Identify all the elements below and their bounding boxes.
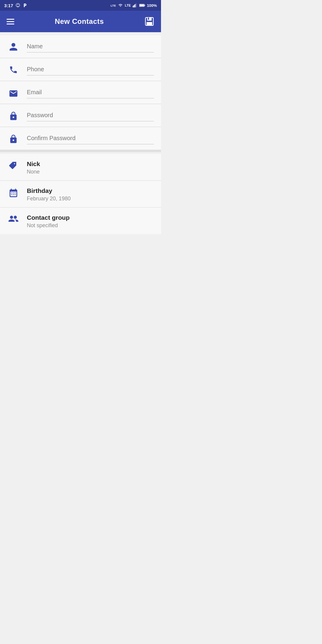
- svg-rect-3: [134, 4, 135, 7]
- tag-icon: [7, 161, 20, 170]
- nick-row[interactable]: Nick None: [0, 154, 161, 181]
- svg-rect-7: [140, 4, 144, 6]
- phone-input[interactable]: [27, 65, 154, 75]
- app-bar: New Contacts: [0, 11, 161, 32]
- contact-group-row[interactable]: Contact group Not specified: [0, 208, 161, 234]
- form-section: [0, 35, 161, 150]
- status-bar: 3:17 LTE LTE 10: [0, 0, 161, 11]
- menu-button[interactable]: [7, 19, 14, 24]
- signal-icon: [133, 3, 137, 7]
- confirm-password-field-container: [27, 134, 154, 147]
- content: Nick None Birthday February 20, 1980: [0, 32, 161, 237]
- password-input[interactable]: [27, 111, 154, 121]
- nick-value: None: [27, 169, 40, 175]
- person-icon: [7, 42, 20, 52]
- svg-rect-6: [144, 5, 145, 6]
- phone-field-container: [27, 65, 154, 78]
- email-input[interactable]: [27, 88, 154, 98]
- lte-call-icon: LTE: [111, 3, 116, 7]
- lock-confirm-icon: [7, 134, 20, 143]
- calendar-icon: [7, 188, 20, 198]
- nick-text: Nick None: [27, 160, 40, 175]
- svg-rect-10: [148, 18, 149, 20]
- contact-group-label: Contact group: [27, 214, 69, 221]
- birthday-text: Birthday February 20, 1980: [27, 187, 71, 202]
- battery-pct: 100%: [147, 3, 157, 8]
- battery-icon: [139, 4, 145, 7]
- section-separator: [0, 150, 161, 152]
- group-icon: [7, 215, 20, 224]
- svg-text:LTE: LTE: [111, 4, 116, 7]
- parking-icon: [23, 3, 27, 8]
- name-input[interactable]: [27, 42, 154, 52]
- svg-rect-1: [133, 6, 134, 7]
- phone-row: [0, 58, 161, 81]
- svg-rect-9: [147, 18, 151, 21]
- email-field-container: [27, 88, 154, 101]
- svg-rect-11: [147, 22, 152, 25]
- password-row: [0, 104, 161, 127]
- email-icon: [7, 89, 20, 97]
- birthday-value: February 20, 1980: [27, 196, 71, 202]
- contact-group-value: Not specified: [27, 222, 69, 229]
- phone-icon: [7, 65, 20, 74]
- confirm-password-input[interactable]: [27, 134, 154, 144]
- confirm-password-row: [0, 127, 161, 150]
- name-field-container: [27, 42, 154, 55]
- status-left: 3:17: [4, 3, 27, 8]
- wifi-icon: [118, 3, 123, 7]
- status-right: LTE LTE 100%: [111, 3, 157, 8]
- info-section: Nick None Birthday February 20, 1980: [0, 154, 161, 234]
- page-title: New Contacts: [55, 17, 104, 26]
- email-row: [0, 81, 161, 104]
- svg-rect-4: [136, 3, 137, 7]
- birthday-label: Birthday: [27, 187, 71, 194]
- svg-rect-2: [134, 5, 134, 7]
- save-button[interactable]: [144, 16, 154, 27]
- name-row: [0, 35, 161, 58]
- password-field-container: [27, 111, 154, 124]
- usb-icon: [16, 3, 20, 8]
- birthday-row[interactable]: Birthday February 20, 1980: [0, 181, 161, 208]
- lock-icon: [7, 111, 20, 120]
- lte-label: LTE: [125, 4, 131, 7]
- status-time: 3:17: [4, 3, 13, 8]
- nick-label: Nick: [27, 160, 40, 168]
- contact-group-text: Contact group Not specified: [27, 214, 69, 229]
